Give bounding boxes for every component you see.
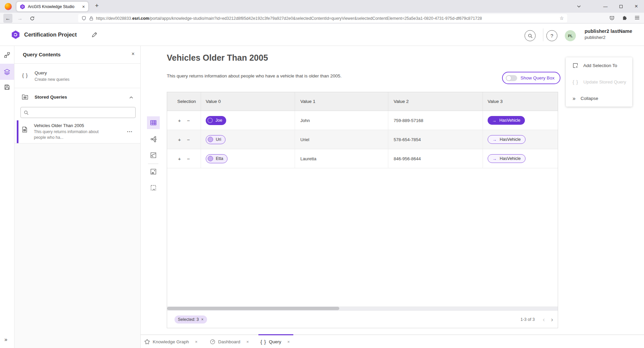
chip-close-icon[interactable]: × <box>201 317 204 322</box>
back-button[interactable]: ← <box>3 14 12 23</box>
toggle-knob[interactable] <box>506 75 511 81</box>
selected-count-chip[interactable]: Selected: 3 × <box>175 315 207 324</box>
item-options-ellipsis-icon[interactable]: ••• <box>127 130 133 133</box>
tab-dashboard[interactable]: Dashboard × <box>210 335 249 348</box>
column-header-selection[interactable]: Selection <box>167 92 201 111</box>
menu-item-update-stored-query[interactable]: { } Update Stored Query <box>566 74 632 90</box>
header-divider <box>543 28 543 41</box>
link-chart-view-button[interactable] <box>147 133 160 146</box>
row-select-add-button[interactable]: + <box>178 137 181 142</box>
page-prev-icon[interactable]: ‹ <box>543 316 545 323</box>
toolbar-divider <box>148 164 158 164</box>
pagination-range: 1-3 of 3 <box>521 317 535 322</box>
stored-query-title: Vehicles Older Than 2005 <box>34 123 84 128</box>
help-button[interactable]: ? <box>546 30 557 41</box>
reload-button[interactable] <box>28 14 37 23</box>
search-input[interactable] <box>31 110 132 115</box>
tab-query[interactable]: { } Query × <box>260 335 290 348</box>
table-view-button[interactable] <box>147 116 160 129</box>
toggle-track[interactable] <box>506 75 517 81</box>
window-maximize-button[interactable] <box>613 0 629 13</box>
pocket-icon[interactable] <box>609 15 614 20</box>
arrow-right-icon: → <box>492 156 497 161</box>
window-minimize-button[interactable]: — <box>598 0 613 13</box>
map-view-icon <box>150 168 157 175</box>
row-select-remove-button[interactable]: − <box>187 118 190 123</box>
column-header-value1[interactable]: Value 1 <box>295 92 388 111</box>
extensions-puzzle-icon[interactable] <box>622 15 627 21</box>
braces-icon: { } <box>22 72 28 78</box>
panel-header: Query Contents × <box>14 46 140 64</box>
entity-pill[interactable]: Etta <box>206 154 228 163</box>
tab-close-icon[interactable]: × <box>82 4 85 9</box>
project-title: Certification Project <box>24 32 77 38</box>
page-title: Vehicles Older Than 2005 <box>167 53 268 63</box>
table-row: + − Etta Lauretta 846-956-8644 → HasVehi… <box>167 149 558 168</box>
lock-icon[interactable] <box>89 16 93 21</box>
scrollbar-thumb[interactable] <box>167 307 339 310</box>
menu-item-collapse[interactable]: » Collapse <box>566 90 632 107</box>
url-bar[interactable]: https://dev0028833.esri.com/portal/apps/… <box>78 14 567 22</box>
search-icon <box>24 110 29 115</box>
forward-button[interactable]: → <box>15 14 24 23</box>
left-icon-rail: » <box>0 46 14 348</box>
row-select-add-button[interactable]: + <box>178 118 181 123</box>
column-header-value3[interactable]: Value 3 <box>483 92 558 111</box>
row-select-add-button[interactable]: + <box>178 156 181 162</box>
chevron-up-icon[interactable] <box>129 96 133 99</box>
braces-icon: { } <box>573 79 578 85</box>
stored-queries-header[interactable]: Stored Queries <box>14 88 140 107</box>
edit-pencil-icon[interactable] <box>91 32 97 38</box>
selection-marquee-icon <box>150 184 157 191</box>
tab-close-icon[interactable]: × <box>195 339 198 344</box>
data-model-tree-icon[interactable] <box>4 52 10 58</box>
show-query-box-toggle[interactable]: Show Query Box <box>502 72 560 84</box>
layers-icon <box>4 68 10 75</box>
column-header-value2[interactable]: Value 2 <box>388 92 483 111</box>
cell-value: 846-956-8644 <box>388 149 483 168</box>
tracking-shield-icon[interactable] <box>82 16 86 21</box>
selection-tool-button[interactable] <box>147 181 160 194</box>
relationship-pill[interactable]: → HasVehicle <box>488 135 526 144</box>
entity-pill[interactable]: Joe <box>206 116 226 125</box>
save-icon[interactable] <box>4 84 10 90</box>
user-name[interactable]: publisher2 lastName <box>585 28 632 34</box>
list-tabs-chevron-icon[interactable] <box>572 0 586 13</box>
expand-rail-icon[interactable]: » <box>4 337 7 343</box>
map-view-button[interactable] <box>147 165 160 178</box>
window-close-button[interactable]: × <box>629 0 644 13</box>
new-tab-button[interactable]: + <box>95 2 99 9</box>
row-select-remove-button[interactable]: − <box>187 137 190 142</box>
entity-pill[interactable]: Uri <box>206 135 226 144</box>
search-button[interactable] <box>525 30 536 41</box>
table-row: + − Joe John 759-889-57168 → HasVehicle <box>167 111 558 130</box>
cell-value: Uriel <box>295 130 388 149</box>
page-next-icon[interactable]: › <box>551 316 553 323</box>
firefox-logo-icon[interactable] <box>5 3 12 10</box>
new-query-item[interactable]: { } Query Create new queries <box>14 64 140 88</box>
table-footer: Selected: 3 × 1-3 of 3 ‹ › <box>167 311 558 328</box>
cell-value: 578-654-7854 <box>388 130 483 149</box>
relationship-pill[interactable]: → HasVehicle <box>488 116 525 125</box>
row-select-remove-button[interactable]: − <box>187 156 190 162</box>
column-header-value0[interactable]: Value 0 <box>201 92 295 111</box>
tab-close-icon[interactable]: × <box>287 339 290 344</box>
browser-tab[interactable]: ArcGIS Knowledge Studio × <box>16 2 88 11</box>
entity-dot-icon <box>208 137 213 142</box>
tab-knowledge-graph[interactable]: Knowledge Graph × <box>144 335 198 348</box>
stored-queries-search[interactable] <box>20 107 136 118</box>
avatar[interactable]: PL <box>565 30 576 41</box>
relationship-pill[interactable]: → HasVehicle <box>488 154 526 163</box>
cell-value: 759-889-57168 <box>388 111 483 130</box>
layers-rail-item[interactable] <box>0 64 14 80</box>
horizontal-scrollbar[interactable] <box>167 306 558 311</box>
bookmark-star-icon[interactable]: ☆ <box>559 15 564 21</box>
stored-query-item[interactable]: Vehicles Older Than 2005 This query retu… <box>14 120 140 143</box>
chart-view-icon <box>150 152 157 159</box>
menu-item-add-selection-to[interactable]: Add Selection To <box>566 57 632 74</box>
close-icon[interactable]: × <box>132 51 135 57</box>
chart-view-button[interactable] <box>147 149 160 162</box>
tab-close-icon[interactable]: × <box>246 339 249 344</box>
stored-query-desc-line2: people who ha... <box>34 135 63 140</box>
menu-hamburger-icon[interactable] <box>635 15 640 20</box>
